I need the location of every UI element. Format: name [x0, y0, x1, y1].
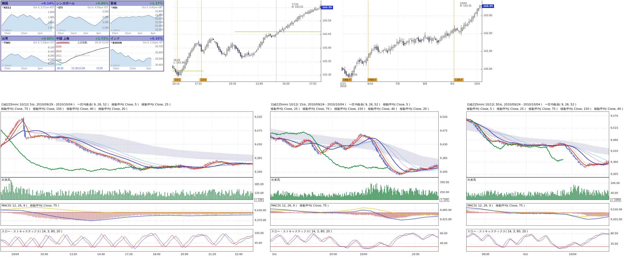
y-tick-label: 20,400: [155, 64, 163, 66]
annotation: L: 143.30: [174, 62, 185, 64]
x-tick-label: 10:40: [41, 253, 48, 256]
market-change: +0.14%: [41, 2, 54, 5]
x-tick-label: 6/10: [368, 83, 373, 85]
mini-area-chart: 22,80022,70022,60022,50022,40022,300© Ya…: [110, 9, 163, 32]
contract-month-label: 10/4: [200, 78, 207, 82]
mini-area-chart: 1,8901,8851,8801,875© Yahoo!: [1, 9, 55, 32]
contract-month-label: 10/1: [174, 78, 181, 82]
tile-subheader: ^TWII Oct 4, 1:29pm CST: [1, 41, 55, 44]
last-price-box: 143.55: [321, 6, 333, 9]
chart-plot-area[interactable]: 出来高 MACD( 12, 26, 9 ) 移動平均( Close, 75 ) …: [1, 111, 268, 258]
x-tick-label: 09/30: [482, 253, 489, 256]
y-tick-label: 1,885: [48, 16, 54, 19]
y-tick-label: 143.40: [323, 47, 331, 49]
stoch-tick-label: 40.00: [440, 242, 447, 245]
price-tick-label: 9,515: [611, 127, 618, 129]
mini-area-chart: 3,2003,1803,1603,140© Yahoo!: [55, 9, 109, 32]
macd-tick-label: 9,370.00: [255, 219, 266, 222]
x-tick-label: 10am: [4, 32, 11, 35]
market-change: +1.72%: [95, 37, 108, 40]
y-tick-label: 142.00: [484, 32, 492, 35]
y-tick-label: 1,890: [48, 11, 54, 13]
stochastics-pane-label: スロー・ストキャスティクス( 14, 3, 80, 20 ): [467, 230, 528, 233]
market-tile-taiwan[interactable]: 台湾 +0.02% ^TWII Oct 4, 1:29pm CST 8,3208…: [1, 36, 55, 71]
x-tick-label: 09:30: [57, 68, 63, 70]
market-tile-korea[interactable]: 韓国 +0.14% ^KS11 Oct 4, 2:57pm KST 1,8901…: [1, 1, 55, 36]
macd-tick-label: 9,485.00: [440, 209, 451, 211]
quote-time: 09-30 15:00: [95, 41, 108, 44]
x-tick-label: 2pm: [38, 68, 43, 70]
x-tick-label: 20:00: [181, 253, 188, 256]
x-tick-label: 9/3: [450, 83, 454, 85]
market-tile-india[interactable]: インド +0.15% ^BSESN Oct 4, 2:02pm IST 20,7…: [109, 36, 164, 71]
stoch-tick-label: 35.00: [611, 242, 618, 245]
quote-time: Oct 4, 4:40pm HKT: [142, 6, 163, 9]
technical-chart-5min: 日経225mini 10/12( 5分, 2010/09/29 - 2010/1…: [1, 102, 268, 258]
x-tick-label: 20:00: [329, 253, 337, 256]
mini-area-chart: 20,70020,60020,50020,400© Yahoo!: [110, 44, 163, 67]
chart-canvas: [1, 9, 55, 32]
watermark: © Yahoo!: [2, 29, 12, 32]
x-tick-label: 18:40: [153, 253, 160, 256]
x-tick-label: 10am: [113, 68, 119, 70]
annotation: H: 143.55: [292, 6, 303, 8]
volume-pane-label: 出来高: [467, 178, 476, 182]
tile-subheader: ^STI Oct 4, 4:59pm SGT: [55, 6, 109, 9]
chart-plot-area[interactable]: 出来高 MACD( 12, 26, 9 ) 移動平均( Close, 75 ) …: [270, 111, 453, 258]
y-tick-label: 22,300: [155, 29, 163, 31]
mini-chart-x-axis: 10am12pm2pm4pm: [110, 32, 163, 35]
volume-pane-label: 出来高: [271, 178, 280, 182]
tile-header: インド +0.15%: [110, 36, 163, 41]
watermark: © Yahoo!: [111, 65, 120, 67]
x-tick-label: 2pm: [146, 68, 151, 70]
y-tick-label: 20,600: [155, 52, 163, 54]
market-symbol: ^KS11: [2, 6, 11, 9]
tile-subheader: ^KS11 Oct 4, 2:57pm KST: [1, 6, 55, 9]
market-symbol: ^BSESN: [111, 41, 122, 44]
tile-subheader: ^BSESN Oct 4, 2:02pm IST: [110, 41, 163, 44]
x-tick-label: 14:40: [97, 253, 105, 256]
usdjpy-daily-candlestick-chart[interactable]: 143.00142.00141.00140.00143.5510/04H: 14…: [341, 1, 496, 88]
mini-chart-x-axis: 10am12pm2pm4pm: [55, 32, 109, 35]
x-tick-label: 16:15: [173, 83, 180, 85]
y-tick-label: 2656: [56, 46, 61, 48]
market-tile-shanghai[interactable]: 中国 上海 +1.72% sh000001 上证指数 09-30 15:00 2…: [55, 36, 109, 71]
y-tick-label: 22,400: [155, 25, 163, 27]
quote-time: Oct 4, 2:57pm KST: [33, 6, 54, 9]
x-tick-label: Oct: [272, 253, 276, 256]
chart-canvas: [341, 1, 496, 82]
usdjpy-intraday-candlestick-chart[interactable]: 143.55143.50143.45143.40143.35143.30143.…: [172, 1, 334, 88]
mini-line-chart: 26562633261125882566sina.com.cn: [55, 44, 109, 67]
tile-header: 香港 +1.17%: [110, 1, 163, 6]
y-tick-label: 143.45: [323, 33, 331, 35]
y-tick-label: 143.00: [484, 14, 492, 17]
market-symbol: ^HSI: [111, 6, 117, 9]
y-tick-label: 141.00: [484, 50, 492, 52]
price-tick-label: 9,340: [255, 171, 262, 173]
macd-tick-label: 9,425.00: [440, 218, 451, 221]
market-symbol: ^TWII: [2, 41, 10, 44]
x-tick-label: 4pm: [151, 32, 156, 35]
volume-unit-box: × 100: [440, 198, 449, 202]
index-name: 上证指数: [77, 41, 87, 44]
x-tick-label: 13:20: [69, 253, 77, 256]
market-name: シンガポール: [56, 1, 75, 5]
market-symbol: sh000001: [56, 41, 70, 44]
x-tick-label: 12pm: [21, 68, 27, 70]
macd-tick-label: 9,530.00: [611, 208, 622, 211]
contract-month-label: 12限月: [454, 78, 464, 82]
price-tick-label: 9,570: [611, 115, 618, 117]
tile-header: 韓国 +0.14%: [1, 1, 55, 6]
market-name: 台湾: [2, 37, 8, 41]
trading-workspace: { "chart_data": [ { "type": "area", "nam…: [0, 0, 644, 268]
price-tick-label: 9,520: [440, 116, 447, 118]
annotation: H: 143.55: [460, 5, 471, 7]
x-tick-label: 2pm: [83, 32, 88, 35]
x-tick-label: 10/04: [12, 253, 19, 256]
x-tick-label: 8/6: [423, 83, 427, 85]
market-name: 韓国: [2, 1, 8, 5]
market-tile-hongkong[interactable]: 香港 +1.17% ^HSI Oct 4, 4:40pm HKT 22,8002…: [109, 1, 164, 36]
market-tile-singapore[interactable]: シンガポール +0.85% ^STI Oct 4, 4:59pm SGT 3,2…: [55, 1, 109, 36]
chart-plot-area[interactable]: 出来高 MACD( 12, 26, 9 ) 移動平均( Close, 75 ) …: [466, 111, 624, 258]
price-tick-label: 9,360: [611, 161, 618, 163]
